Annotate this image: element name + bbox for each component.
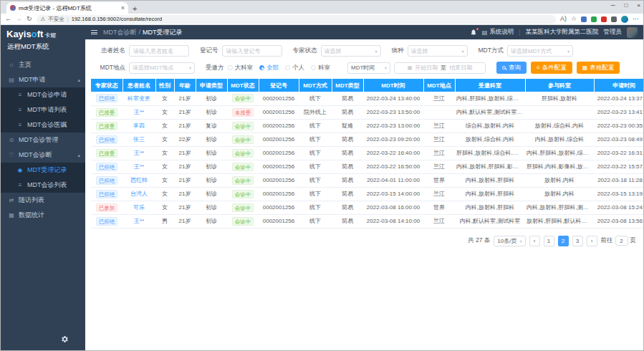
back-button[interactable]: ← xyxy=(5,16,11,22)
expert-status-select[interactable]: 请选择▾ xyxy=(321,45,381,57)
notification-badge xyxy=(476,28,479,30)
window-minimize-button[interactable]: ─ xyxy=(611,2,615,9)
window-close-button[interactable]: × xyxy=(637,2,640,9)
sidebar-item-mdt-consult-manage[interactable]: ⊙MDT会诊管理 xyxy=(1,133,85,148)
goto-page-input[interactable] xyxy=(615,236,628,246)
extension-icon[interactable] xyxy=(581,16,587,22)
pagination-total: 共 27 条 xyxy=(468,236,490,245)
cell-reg-no: 0002001256 xyxy=(259,173,299,187)
extension-icon[interactable] xyxy=(611,16,617,22)
patient-name-link[interactable]: 台湾人 xyxy=(130,191,148,197)
invitee-radio-1[interactable]: 全部 xyxy=(259,64,279,72)
cell-mdt-type: 简易 xyxy=(332,105,363,119)
new-tab-button[interactable]: + xyxy=(133,4,137,13)
help-doc-icon: ▤ xyxy=(482,29,488,36)
patient-name-link[interactable]: 王** xyxy=(134,150,144,156)
column-header: MDT类型 xyxy=(332,79,363,92)
browser-profile-avatar[interactable] xyxy=(621,16,628,23)
page-size-select[interactable]: 10条/页▾ xyxy=(494,236,525,246)
table-row: 已拒绝张三女22岁初诊会诊中0002001256线下简易2022-03-23 0… xyxy=(91,133,643,146)
patient-name-link[interactable]: 可乐 xyxy=(133,204,145,211)
tab-close-icon[interactable]: × xyxy=(121,4,125,11)
cell-place: 兰江 xyxy=(423,92,455,105)
list-icon: ≡ xyxy=(16,92,24,98)
reg-no-input[interactable] xyxy=(222,45,282,57)
cell-mdt-status: 会诊中 xyxy=(227,160,259,173)
refresh-button[interactable]: ↻ xyxy=(27,16,32,22)
sidebar-item-mdt-consult-orders[interactable]: ≡MDT会诊医嘱 xyxy=(1,117,85,133)
logo-accent: o xyxy=(32,29,37,39)
prev-page-button[interactable]: ‹ xyxy=(529,236,540,246)
next-page-button[interactable]: › xyxy=(587,236,597,246)
sidebar-item-mdt-apply-list[interactable]: ≡MDT申请列表 xyxy=(1,102,85,117)
notification-bell-icon[interactable] xyxy=(470,29,477,36)
list-icon: ≡ xyxy=(16,122,24,128)
sidebar-item-label: MDT会诊医嘱 xyxy=(27,120,67,130)
mdt-place-select[interactable]: 请选择MDT地点▾ xyxy=(129,62,195,74)
cell-joined: 放射科,综合科,内科 xyxy=(525,119,594,133)
patient-name-link[interactable]: 王** xyxy=(134,218,144,224)
user-avatar[interactable] xyxy=(627,27,638,38)
table-header-row: 专家状态患者姓名性别年龄申请类型MDT状态登记号MDT方式MDT类型MDT时间M… xyxy=(91,79,643,92)
clock-icon: ⊙ xyxy=(8,137,15,143)
sidebar-item-mdt-consult-list[interactable]: ≡MDT会诊列表 xyxy=(1,178,85,193)
condition-config-button[interactable]: ≡条件配置 xyxy=(531,62,572,74)
patient-name-link[interactable]: 李四 xyxy=(133,122,145,129)
favorites-star-icon[interactable]: ☆ xyxy=(571,16,577,22)
invitee-radio-2[interactable]: 个人 xyxy=(285,64,304,72)
sidebar-item-mdt-apply[interactable]: ▤MDT申请▴ xyxy=(1,72,85,87)
sidebar-item-mdt-consult-apply[interactable]: ≡MDT会诊申请 xyxy=(1,87,85,102)
patient-name-link[interactable]: 科室变更 xyxy=(128,95,150,102)
cell-reg-no: 0002001256 xyxy=(259,201,299,214)
cell-joined: 内科,放射科,综合科 xyxy=(525,133,594,146)
chevron-down-icon: ▾ xyxy=(519,239,522,244)
extension-icon[interactable] xyxy=(591,16,597,22)
sidebar-item-mdt-diagnosis[interactable]: ♡MDT会诊断▴ xyxy=(1,148,85,163)
mdt-time-select[interactable]: MDT时间▾ xyxy=(347,62,390,74)
sidebar-item-mdt-accept-records[interactable]: ◉MDT受理记录 xyxy=(1,163,85,178)
mdt-time-range-picker[interactable]: ▦ 开始日期 至 结束日期 xyxy=(394,62,486,74)
list-icon: ≡ xyxy=(16,107,24,113)
tab-title: mdt受理记录 - 远程MDT系统 xyxy=(19,4,118,12)
browser-tab[interactable]: mdt受理记录 - 远程MDT系统 × xyxy=(6,2,128,14)
column-header: 受邀科室 xyxy=(455,79,525,92)
search-button[interactable]: 查询 xyxy=(496,62,527,74)
sidebar-item-label: MDT会诊断 xyxy=(19,150,52,160)
page-button-1[interactable]: 1 xyxy=(544,236,554,246)
invitee-radio-3[interactable]: 科室 xyxy=(311,64,330,72)
address-bar[interactable]: ⚠ 不安全 | 192.168.0.156:9002/consultate/re… xyxy=(37,15,556,24)
sidebar-item-followup-list[interactable]: ⇄随访列表 xyxy=(1,193,85,208)
cell-name: 王** xyxy=(122,160,155,173)
patient-name-link[interactable]: 王** xyxy=(134,109,144,115)
page-button-2[interactable]: 2 xyxy=(558,236,569,246)
sidebar-item-statistics[interactable]: ▦数据统计 xyxy=(1,208,85,223)
sidebar: Kayisoft卡耀 远程MDT系统 ⌂主页▤MDT申请▴≡MDT会诊申请≡MD… xyxy=(1,25,85,350)
patient-name-link[interactable]: 西红柿 xyxy=(130,177,148,183)
invitee-radio-0[interactable]: 大科室 xyxy=(228,64,254,72)
extension-icon[interactable] xyxy=(601,16,607,22)
disease-select[interactable]: 请选择▾ xyxy=(408,45,468,57)
cell-mdt-type: 简易 xyxy=(332,160,363,173)
read-aloud-icon[interactable]: A) xyxy=(560,16,567,22)
table-config-button[interactable]: ▦表格配置 xyxy=(577,62,620,74)
cell-expert-status: 已接受 xyxy=(91,119,122,133)
forward-button[interactable]: → xyxy=(16,16,22,22)
window-maximize-button[interactable]: □ xyxy=(624,2,628,9)
column-header: MDT时间 xyxy=(363,79,423,92)
sidebar-item-home[interactable]: ⌂主页 xyxy=(1,57,85,72)
sidebar-item-label: MDT申请列表 xyxy=(27,105,67,115)
hamburger-menu-icon[interactable] xyxy=(91,29,97,36)
patient-name-input[interactable] xyxy=(129,45,189,57)
page-button-3[interactable]: 3 xyxy=(572,236,583,246)
patient-name-link[interactable]: 王** xyxy=(134,163,144,170)
patient-name-link[interactable]: 张三 xyxy=(133,136,145,143)
sidebar-item-label: MDT申请 xyxy=(19,75,46,85)
document-icon: ▤ xyxy=(8,77,15,83)
browser-menu-icon[interactable]: ⋯ xyxy=(633,16,639,22)
cell-expert-status: 已接受 xyxy=(91,105,122,119)
mdt-mode-select[interactable]: 请选择MDT方式▾ xyxy=(507,45,573,57)
system-help-link[interactable]: ▤ 系统说明 xyxy=(482,28,514,37)
cell-apply-time: 2022-03-24 13:37:44 xyxy=(594,92,643,105)
settings-gear-icon[interactable] xyxy=(61,333,69,346)
cell-expert-status: 已拒绝 xyxy=(91,187,122,201)
